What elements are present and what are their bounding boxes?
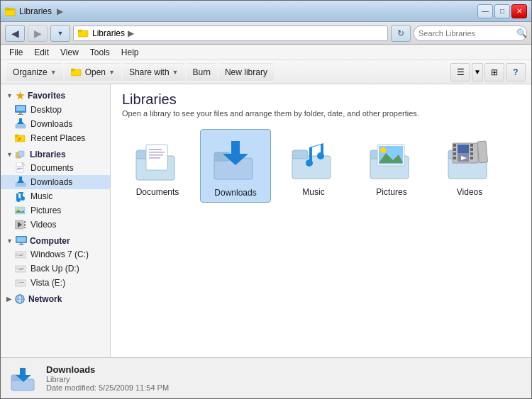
main-area: ▼ ★ Favorites Desktop (1, 84, 531, 357)
help-button[interactable]: ? (506, 63, 526, 82)
svg-rect-54 (19, 282, 24, 283)
view-button[interactable]: ☰ (450, 63, 470, 82)
svg-rect-88 (470, 144, 473, 147)
sidebar-item-desktop[interactable]: Desktop (1, 103, 110, 117)
recent-places-icon: ↺ (15, 133, 26, 144)
music-grid-label: Music (302, 187, 324, 197)
svg-point-74 (317, 152, 324, 159)
new-library-label: New library (225, 67, 267, 77)
content-title: Libraries (122, 91, 520, 108)
back-button[interactable]: ◀ (5, 25, 25, 42)
forward-button[interactable]: ▶ (28, 25, 48, 42)
desktop-icon (15, 104, 26, 116)
open-dropdown-icon: ▼ (109, 69, 115, 76)
pictures-grid-label: Pictures (376, 187, 406, 197)
sidebar-item-fav-downloads[interactable]: Downloads (1, 117, 110, 131)
title-bar-text: Libraries (19, 6, 52, 16)
videos-label: Videos (31, 220, 56, 230)
svg-rect-43 (18, 245, 24, 245)
svg-point-80 (380, 147, 386, 153)
sidebar-item-drive-e[interactable]: Vista (E:) (1, 276, 110, 290)
videos-grid-label: Videos (457, 187, 482, 197)
burn-button[interactable]: Burn (187, 63, 217, 82)
search-input[interactable] (419, 29, 516, 38)
computer-section: ▼ Computer Windows 7 (C:) Back Up (D:) (1, 235, 110, 290)
close-button[interactable]: ✕ (511, 4, 527, 18)
sidebar-item-documents[interactable]: Documents (1, 161, 110, 175)
share-button[interactable]: Share with ▼ (123, 63, 185, 82)
svg-rect-91 (470, 157, 473, 159)
svg-rect-87 (453, 157, 456, 159)
sidebar-item-videos[interactable]: Videos (1, 218, 110, 232)
library-item-documents[interactable]: Documents (122, 129, 193, 203)
menu-edit[interactable]: Edit (28, 46, 55, 59)
share-dropdown-icon: ▼ (172, 69, 179, 76)
minimize-button[interactable]: — (477, 4, 493, 18)
menu-help[interactable]: Help (116, 46, 145, 59)
open-icon (71, 67, 82, 77)
new-library-button[interactable]: New library (218, 63, 274, 82)
svg-rect-53 (16, 281, 18, 284)
refresh-button[interactable]: ↻ (391, 25, 411, 42)
status-name: Downloads (46, 364, 169, 375)
network-label: Network (28, 294, 62, 304)
layout-button[interactable]: ⊞ (484, 63, 504, 82)
fav-downloads-label: Downloads (31, 119, 72, 129)
library-item-downloads[interactable]: Downloads (200, 129, 271, 203)
libraries-header[interactable]: ▼ Libraries (1, 148, 110, 161)
sidebar-item-pictures[interactable]: Pictures (1, 203, 110, 218)
library-item-pictures[interactable]: Pictures (356, 129, 427, 203)
sidebar-item-music[interactable]: Music (1, 189, 110, 203)
svg-rect-41 (16, 237, 26, 242)
title-bar-left: Libraries ▶ (5, 6, 477, 17)
svg-rect-11 (16, 124, 26, 128)
status-info: Downloads Library Date modified: 5/25/20… (46, 364, 169, 392)
sidebar-item-recent-places[interactable]: ↺ Recent Places (1, 131, 110, 145)
desktop-label: Desktop (31, 105, 62, 115)
computer-header[interactable]: ▼ Computer (1, 235, 110, 247)
menu-view[interactable]: View (55, 46, 84, 59)
organize-label: Organize (13, 67, 48, 77)
favorites-header[interactable]: ▼ ★ Favorites (1, 89, 110, 103)
address-path[interactable]: Libraries ▶ (73, 26, 388, 41)
svg-rect-21 (17, 167, 23, 167)
svg-rect-39 (24, 227, 26, 228)
svg-rect-47 (19, 255, 23, 256)
svg-rect-37 (24, 221, 26, 223)
recent-locations-button[interactable]: ▼ (50, 25, 70, 42)
svg-rect-66 (149, 157, 160, 159)
svg-rect-72 (292, 150, 308, 159)
address-bar: ◀ ▶ ▼ Libraries ▶ ↻ 🔍 (1, 22, 531, 45)
status-icon (9, 364, 38, 393)
sidebar-item-downloads[interactable]: Downloads (1, 175, 110, 189)
svg-rect-49 (16, 267, 18, 270)
music-grid-icon (288, 133, 339, 184)
library-item-videos[interactable]: Videos (434, 129, 505, 203)
computer-arrow: ▼ (6, 237, 13, 245)
organize-button[interactable]: Organize ▼ (6, 63, 63, 82)
menu-tools[interactable]: Tools (84, 46, 116, 59)
network-header[interactable]: ▶ Network (1, 293, 110, 305)
libraries-arrow: ▼ (6, 151, 13, 158)
svg-rect-1 (5, 10, 15, 16)
burn-label: Burn (193, 67, 211, 77)
path-text: Libraries (92, 28, 125, 38)
title-arrow: ▶ (57, 6, 63, 16)
sidebar-item-drive-c[interactable]: Windows 7 (C:) (1, 247, 110, 262)
search-box[interactable]: 🔍 (414, 26, 527, 41)
open-button[interactable]: Open ▼ (65, 63, 121, 82)
path-arrow: ▶ (128, 28, 134, 38)
content-subtitle: Open a library to see your files and arr… (122, 109, 520, 118)
maximize-button[interactable]: □ (494, 4, 510, 18)
library-item-music[interactable]: Music (278, 129, 349, 203)
network-section: ▶ Network (1, 293, 110, 305)
svg-rect-23 (17, 169, 21, 170)
details-button[interactable]: ▼ (472, 63, 483, 82)
svg-rect-51 (19, 269, 23, 270)
menu-file[interactable]: File (4, 46, 28, 59)
sidebar-item-drive-d[interactable]: Back Up (D:) (1, 262, 110, 276)
computer-icon (16, 236, 27, 246)
drive-c-label: Windows 7 (C:) (31, 249, 89, 259)
drive-e-icon (15, 277, 26, 288)
content-header: Libraries Open a library to see your fil… (111, 84, 531, 120)
